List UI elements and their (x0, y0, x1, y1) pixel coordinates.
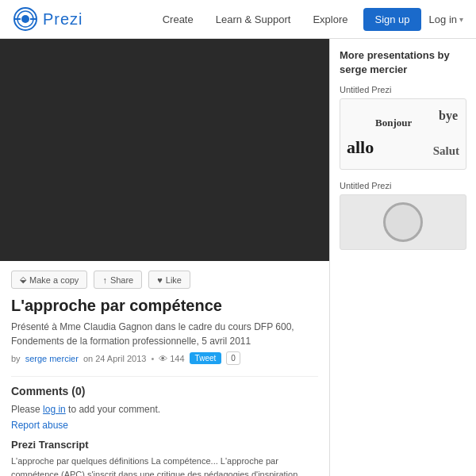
eye-icon: 👁 (159, 354, 167, 363)
tweet-button[interactable]: Tweet (190, 352, 222, 364)
nav-create[interactable]: Create (163, 13, 194, 25)
view-count: 👁 144 (159, 354, 184, 363)
login-link[interactable]: log in (43, 404, 66, 415)
sidebar-prezi-thumb-2[interactable] (340, 194, 466, 250)
comments-section: Comments (0) Please log in to add your c… (11, 376, 318, 431)
thumb-word-bye: bye (439, 109, 458, 123)
presentation-meta: by serge mercier on 24 April 2013 • 👁 14… (11, 351, 318, 365)
share-icon: ↑ (102, 275, 107, 285)
thumb-word-bonjour: Bonjour (375, 117, 412, 129)
sidebar-prezi-label-1: Untitled Prezi (340, 85, 466, 94)
share-button[interactable]: ↑ Share (94, 271, 142, 289)
transcript-heading: Prezi Transcript (11, 439, 318, 451)
heart-icon: ♥ (157, 275, 163, 285)
logo-area: Prezi (13, 6, 83, 32)
transcript-section: Prezi Transcript L'approche par quelques… (11, 439, 318, 476)
main-nav: Create Learn & Support Explore (163, 13, 348, 25)
below-video: ⬙ Make a copy ↑ Share ♥ Like L'approche … (0, 261, 329, 476)
thumb-word-salut: Salut (433, 144, 459, 158)
make-copy-button[interactable]: ⬙ Make a copy (11, 271, 87, 289)
copy-icon: ⬙ (20, 274, 26, 285)
svg-point-2 (21, 15, 29, 23)
sidebar-prezi-item-1: Untitled Prezi allo Bonjour bye Salut (340, 85, 466, 170)
tweet-count: 0 (226, 351, 240, 365)
prezi-logo-icon[interactable] (13, 6, 38, 32)
like-button[interactable]: ♥ Like (148, 271, 190, 289)
presentation-description: Présenté à Mme Claudia Gagnon dans le ca… (11, 320, 318, 348)
main-content: ⬙ Make a copy ↑ Share ♥ Like L'approche … (0, 39, 476, 476)
chevron-down-icon: ▾ (459, 15, 463, 24)
sidebar-prezi-label-2: Untitled Prezi (340, 181, 466, 190)
by-label: by (11, 354, 21, 363)
login-label: Log in (429, 13, 457, 25)
nav-learn-support[interactable]: Learn & Support (216, 13, 291, 25)
right-sidebar: More presentations by serge mercier Unti… (329, 39, 476, 476)
dot-separator: • (151, 354, 154, 363)
logo-text[interactable]: Prezi (43, 10, 83, 29)
action-buttons: ⬙ Make a copy ↑ Share ♥ Like (11, 269, 318, 289)
author-link[interactable]: serge mercier (25, 354, 79, 363)
presentation-title: L'approche par compétence (11, 297, 318, 315)
comments-prompt: Please log in to add your comment. (11, 404, 318, 415)
signup-button[interactable]: Sign up (363, 8, 420, 31)
circle-shape (383, 202, 423, 242)
date-label: on 24 April 2013 (83, 354, 147, 363)
login-area[interactable]: Log in ▾ (429, 13, 463, 25)
nav-explore[interactable]: Explore (313, 13, 347, 25)
report-abuse-link[interactable]: Report abuse (11, 420, 318, 431)
sidebar-prezi-thumb-1[interactable]: allo Bonjour bye Salut (340, 98, 466, 170)
thumb-words-1: allo Bonjour bye Salut (340, 99, 466, 169)
header: Prezi Create Learn & Support Explore Sig… (0, 0, 476, 39)
left-content: ⬙ Make a copy ↑ Share ♥ Like L'approche … (0, 39, 329, 476)
thumb-word-allo: allo (347, 137, 374, 158)
transcript-text: L'approche par quelques définitions La c… (11, 455, 318, 476)
video-area[interactable] (0, 39, 329, 261)
comments-heading: Comments (0) (11, 376, 318, 397)
sidebar-prezi-item-2: Untitled Prezi (340, 181, 466, 250)
sidebar-title: More presentations by serge mercier (340, 48, 466, 77)
